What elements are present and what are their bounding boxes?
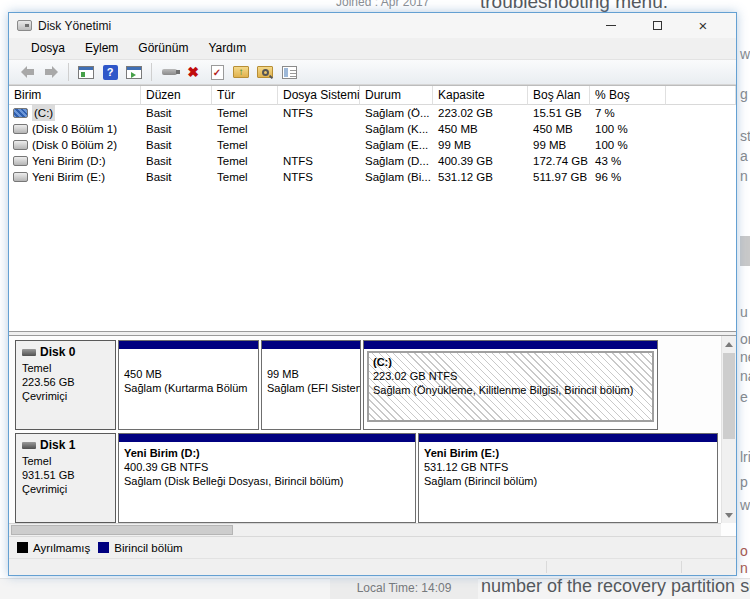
column-header-volume[interactable]: Birim (9, 86, 141, 105)
legend-primary-partition: Birincil bölüm (98, 542, 182, 554)
volume-list-panel: Birim Düzen Tür Dosya Sistemi Durum Kapa… (9, 85, 736, 331)
background-text-fragment: lri (740, 449, 750, 465)
scroll-down-icon[interactable] (722, 508, 736, 523)
partition-color-bar (119, 341, 258, 351)
toolbar-separator (68, 63, 69, 81)
background-text-fragment: p (740, 474, 748, 490)
table-row[interactable]: Yeni Birim (D:) Basit Temel NTFS Sağlam … (9, 153, 736, 169)
background-text-fragment: a (740, 148, 748, 164)
background-joined-text: Joined : Apr 2017 (336, 0, 429, 9)
table-row[interactable]: (C:) Basit Temel NTFS Sağlam (Ö... 223.0… (9, 105, 736, 121)
disk-1-row: Disk 1 Temel 931.51 GB Çevrimiçi Yeni Bi… (15, 433, 721, 523)
partition-d[interactable]: Yeni Birim (D:) 400.39 GB NTFS Sağlam (D… (118, 433, 416, 523)
delete-icon[interactable]: ✖ (183, 62, 203, 82)
background-text-fragment: na (740, 368, 750, 384)
minimize-icon (606, 25, 616, 26)
menu-file[interactable]: Dosya (21, 38, 75, 59)
primary-partition-swatch (98, 542, 109, 553)
volume-icon (13, 172, 28, 182)
back-icon[interactable] (17, 62, 37, 82)
column-header-filesystem[interactable]: Dosya Sistemi (278, 86, 360, 105)
disk-0-row: Disk 0 Temel 223.56 GB Çevrimiçi 450 MB … (15, 340, 721, 430)
table-row[interactable]: Yeni Birim (E:) Basit Temel NTFS Sağlam … (9, 169, 736, 185)
partition-efi[interactable]: 99 MB Sağlam (EFI Sisten (261, 340, 361, 430)
background-text-fragment: st (740, 128, 750, 144)
background-text-fragment: n (740, 168, 748, 184)
background-text-fragment: u (740, 304, 748, 320)
status-bar (9, 558, 736, 575)
forward-icon[interactable] (41, 62, 61, 82)
task-check-icon[interactable]: ✓ (207, 62, 227, 82)
drive-icon (22, 349, 36, 356)
background-text-fragment: n (740, 560, 748, 576)
horizontal-scrollbar-thumb[interactable] (11, 525, 233, 535)
folder-search-icon[interactable] (255, 62, 275, 82)
menu-view[interactable]: Görünüm (128, 38, 198, 59)
table-row[interactable]: (Disk 0 Bölüm 2) Basit Temel Sağlam (E..… (9, 137, 736, 153)
volume-icon (13, 140, 28, 150)
properties-icon[interactable] (279, 62, 299, 82)
close-button[interactable]: × (686, 15, 720, 37)
partition-color-bar (262, 341, 360, 351)
drive-icon (22, 442, 36, 449)
toolbar-separator (151, 63, 152, 81)
partition-color-bar (119, 434, 415, 444)
legend-bar: Ayrılmamış Birincil bölüm (9, 536, 736, 558)
column-header-status[interactable]: Durum (360, 86, 433, 105)
close-icon: × (699, 18, 708, 33)
vertical-scrollbar[interactable] (721, 336, 736, 523)
background-text-fragment: or (740, 331, 750, 347)
app-icon (17, 20, 32, 31)
background-text-fragment: wa (740, 46, 750, 62)
maximize-button[interactable] (640, 15, 674, 37)
partition-c[interactable]: (C:) 223.02 GB NTFS Sağlam (Önyükleme, K… (363, 340, 658, 430)
background-text-fragment: e (740, 389, 748, 405)
statusbar-separator (681, 561, 682, 573)
column-header-percentfree[interactable]: % Boş (590, 86, 666, 105)
console-taskpad-icon[interactable] (124, 62, 144, 82)
maximize-icon (653, 21, 662, 30)
help-icon[interactable]: ? (100, 62, 120, 82)
column-header-freespace[interactable]: Boş Alan (528, 86, 590, 105)
background-scrollbar-fragment (740, 236, 750, 266)
menu-bar: Dosya Eylem Görünüm Yardım (9, 38, 736, 59)
volume-icon (13, 108, 28, 118)
column-header-capacity[interactable]: Kapasite (433, 86, 528, 105)
background-text-fragment: g (740, 86, 748, 102)
volume-icon (13, 156, 28, 166)
tool-icon[interactable] (159, 62, 179, 82)
graphical-view-panel: Disk 0 Temel 223.56 GB Çevrimiçi 450 MB … (9, 336, 736, 536)
minimize-button[interactable] (594, 15, 628, 37)
partition-color-bar (364, 341, 657, 351)
background-local-time: Local Time: 14:09 (330, 578, 478, 599)
table-row[interactable]: (Disk 0 Bölüm 1) Basit Temel Sağlam (K..… (9, 121, 736, 137)
menu-action[interactable]: Eylem (75, 38, 128, 59)
partition-e[interactable]: Yeni Birim (E:) 531.12 GB NTFS Sağlam (B… (418, 433, 718, 523)
title-bar[interactable]: Disk Yönetimi × (9, 13, 736, 38)
window-title: Disk Yönetimi (38, 19, 111, 33)
console-tree-icon[interactable] (76, 62, 96, 82)
column-header-empty (666, 86, 736, 105)
background-text-fragment: ws (740, 497, 750, 513)
background-text-fragment: o (740, 543, 748, 559)
menu-help[interactable]: Yardım (198, 38, 256, 59)
volume-table-header: Birim Düzen Tür Dosya Sistemi Durum Kapa… (9, 86, 736, 105)
partition-recovery[interactable]: 450 MB Sağlam (Kurtarma Bölüm (118, 340, 259, 430)
column-header-layout[interactable]: Düzen (141, 86, 212, 105)
disk-0-label[interactable]: Disk 0 Temel 223.56 GB Çevrimiçi (15, 340, 116, 430)
disk-1-label[interactable]: Disk 1 Temel 931.51 GB Çevrimiçi (15, 433, 116, 523)
background-paragraph-text: number of the recovery partition so th (481, 576, 750, 597)
unallocated-swatch (17, 542, 28, 553)
partition-color-bar (419, 434, 717, 444)
horizontal-scrollbar[interactable] (9, 523, 721, 536)
volume-icon (13, 124, 28, 134)
toolbar: ? ✖ ✓ ↑ (9, 59, 736, 85)
legend-unallocated: Ayrılmamış (17, 542, 90, 554)
disk-management-window: Disk Yönetimi × Dosya Eylem Görünüm Yard… (8, 12, 737, 576)
column-header-type[interactable]: Tür (212, 86, 278, 105)
caption-buttons: × (594, 15, 736, 37)
statusbar-separator (546, 561, 547, 573)
folder-up-icon[interactable]: ↑ (231, 62, 251, 82)
vertical-scrollbar-thumb[interactable] (723, 353, 735, 439)
scroll-up-icon[interactable] (722, 336, 736, 351)
